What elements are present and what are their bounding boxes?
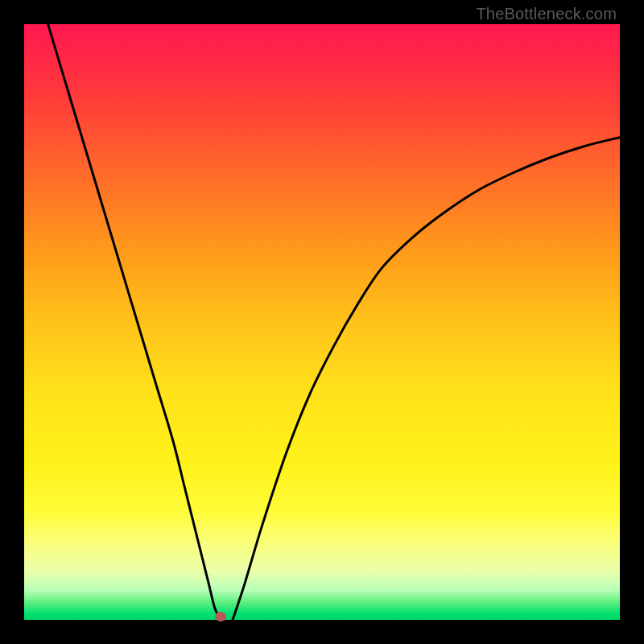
curve-svg — [24, 24, 620, 620]
curve-right-branch — [233, 138, 620, 620]
plot-area — [24, 24, 620, 620]
curve-left-branch — [48, 24, 221, 620]
watermark-text: TheBottleneck.com — [476, 5, 617, 23]
curve-minimum-marker — [215, 612, 226, 621]
chart-frame: TheBottleneck.com — [0, 0, 644, 644]
